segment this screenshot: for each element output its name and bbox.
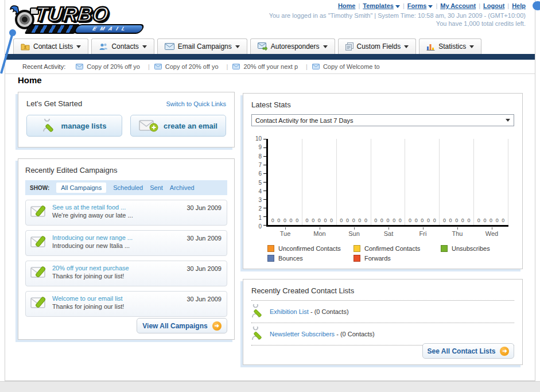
- tab-label: Autoresponders: [271, 42, 320, 51]
- nav-separator: |: [403, 2, 405, 9]
- legend-item: Unconfirmed Contacts: [267, 245, 353, 252]
- bar-value-label: 0: [374, 218, 377, 223]
- legend-label: Unsubscribes: [452, 245, 490, 252]
- statistics-chart-icon: [426, 43, 435, 51]
- bar-value-label: 0: [393, 218, 395, 223]
- bar-value-label: 0: [358, 218, 361, 223]
- chevron-down-icon: [469, 45, 474, 48]
- custom-fields-pages-icon: [345, 42, 353, 51]
- bar-value-label: 0: [490, 218, 492, 223]
- view-all-campaigns-button[interactable]: View All Campaigns ➜: [137, 318, 227, 333]
- person-pencil-icon: [42, 119, 56, 133]
- credits-text: You have 1,000 total credits left.: [436, 20, 526, 27]
- tab-label: Contact Lists: [33, 42, 73, 51]
- x-tick-label: Mon: [302, 227, 337, 237]
- legend-item: Bounces: [267, 255, 353, 262]
- legend-label: Unconfirmed Contacts: [278, 245, 341, 252]
- tab-statistics[interactable]: Statistics: [419, 38, 481, 54]
- legend-swatch: [267, 245, 274, 252]
- contact-lists-panel: Recently Created Contact Lists Exhibitio…: [243, 279, 523, 365]
- envelope-pencil-icon: [30, 204, 49, 219]
- bar-value-label: 0: [290, 218, 293, 223]
- tab-contact-lists[interactable]: Contact Lists: [13, 38, 88, 54]
- bar-value-label: 0: [296, 218, 298, 223]
- envelope-pencil-icon: [30, 265, 49, 280]
- create-email-button[interactable]: create an email: [130, 115, 226, 137]
- y-tick-label: 6: [258, 170, 262, 177]
- nav-my-account-link[interactable]: My Account: [440, 2, 476, 9]
- logo: TURBO EMAIL: [10, 2, 153, 36]
- tab-custom-fields[interactable]: Custom Fields: [338, 38, 417, 54]
- recent-activity-bar: Recent Activity: Copy of 20% off yo Copy…: [5, 60, 535, 74]
- contact-activity-chart: 012345678910 000000000000000000000000000…: [251, 139, 514, 227]
- bar-value-label: 0: [421, 218, 424, 223]
- tab-autoresponders[interactable]: Autoresponders: [250, 38, 335, 54]
- chart-day-group: 00000: [371, 139, 406, 225]
- nav-forms-link[interactable]: Forms: [407, 2, 427, 9]
- bar-value-label: 0: [380, 218, 383, 223]
- bar-value-label: 0: [352, 218, 355, 223]
- top-nav: Home|Templates|Forms|My Account|Logout|H…: [338, 2, 526, 9]
- switch-quick-links-link[interactable]: Switch to Quick Links: [166, 100, 226, 107]
- campaign-subtitle: We're giving away our late ...: [52, 212, 222, 219]
- recent-activity-item[interactable]: 20% off your next p: [232, 63, 312, 70]
- x-tick-label: Wed: [475, 227, 509, 237]
- tab-email-campaigns[interactable]: Email Campaigns: [157, 38, 247, 54]
- email-envelope-icon: [76, 64, 83, 69]
- x-tick-label: Thu: [440, 227, 475, 237]
- chevron-down-icon: [76, 45, 81, 48]
- nav-logout-link[interactable]: Logout: [483, 2, 504, 9]
- content-frame: Home|Templates|Forms|My Account|Logout|H…: [5, 0, 535, 381]
- recent-campaigns-title: Recently Edited Campaigns: [25, 166, 227, 174]
- campaign-date: 30 Jun 2009: [187, 235, 222, 242]
- contact-lists-folder-icon: [21, 42, 30, 51]
- recent-activity-item[interactable]: Copy of 20% off yo: [154, 63, 233, 70]
- see-all-contact-lists-label: See All Contact Lists: [428, 347, 496, 355]
- latest-stats-panel: Latest Stats Contact Activity for the La…: [243, 93, 523, 269]
- filter-scheduled[interactable]: Scheduled: [113, 184, 143, 191]
- filter-all-campaigns[interactable]: All Campaigns: [56, 183, 106, 193]
- legend-label: Bounces: [278, 255, 303, 262]
- recent-activity-item[interactable]: Copy of Welcome to: [312, 63, 380, 70]
- recent-campaigns-panel: Recently Edited Campaigns SHOW: All Camp…: [18, 158, 235, 340]
- bar-value-label: 0: [340, 218, 343, 223]
- legend-swatch: [267, 255, 274, 262]
- view-all-campaigns-label: View All Campaigns: [142, 322, 207, 330]
- manage-lists-label: manage lists: [61, 122, 107, 130]
- y-tick-label: 1: [258, 215, 262, 221]
- bar-value-label: 0: [409, 218, 411, 223]
- legend-swatch: [441, 245, 448, 252]
- autoresponder-envelope-icon: [258, 42, 267, 51]
- show-label: SHOW:: [30, 185, 49, 191]
- stats-period-select[interactable]: Contact Activity for the Last 7 Days: [251, 114, 514, 126]
- contact-lists-title: Recently Created Contact Lists: [251, 286, 514, 295]
- bar-value-label: 0: [399, 218, 402, 223]
- bar-value-label: 0: [433, 218, 436, 223]
- contact-list-link[interactable]: Exhibition List: [270, 308, 309, 315]
- bar-value-label: 0: [449, 218, 452, 223]
- chart-y-axis: 012345678910: [251, 139, 266, 227]
- chevron-down-icon: [142, 45, 147, 48]
- recent-activity-item[interactable]: Copy of 20% off yo: [76, 63, 154, 70]
- email-envelope-icon: [154, 64, 162, 69]
- chevron-down-icon: [428, 5, 433, 8]
- contact-list-link[interactable]: Newsletter Subscribers: [270, 331, 335, 337]
- nav-help-link[interactable]: Help: [512, 2, 526, 9]
- filter-archived[interactable]: Archived: [170, 184, 195, 191]
- chart-legend: Unconfirmed ContactsConfirmed ContactsUn…: [267, 245, 514, 262]
- chart-day-group: 00000: [302, 139, 337, 225]
- envelope-plus-icon: [139, 119, 158, 133]
- filter-sent[interactable]: Sent: [150, 184, 163, 191]
- bar-value-label: 0: [364, 218, 367, 223]
- legend-item: Confirmed Contacts: [353, 245, 441, 252]
- y-tick-label: 9: [258, 144, 262, 150]
- chevron-down-icon: [404, 45, 409, 48]
- chart-plot-area: 00000000000000000000000000000000000: [266, 139, 508, 227]
- tab-contacts[interactable]: Contacts: [91, 38, 154, 54]
- envelope-pencil-icon: [30, 235, 49, 250]
- see-all-contact-lists-button[interactable]: See All Contact Lists ➜: [422, 343, 514, 359]
- x-tick-label: Sun: [337, 227, 371, 237]
- nav-templates-link[interactable]: Templates: [363, 2, 394, 9]
- manage-lists-button[interactable]: manage lists: [26, 115, 122, 137]
- nav-home-link[interactable]: Home: [338, 2, 356, 9]
